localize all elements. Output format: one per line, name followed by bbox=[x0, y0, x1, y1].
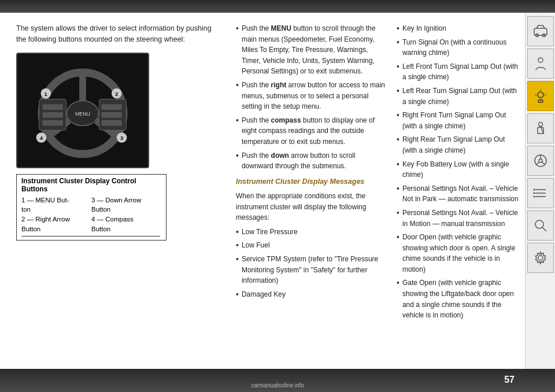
right-dot-6: • bbox=[397, 134, 399, 145]
svg-point-33 bbox=[538, 123, 542, 127]
bullet-dot-1: • bbox=[236, 23, 239, 34]
svg-text:2: 2 bbox=[115, 90, 119, 97]
bullet-down: • Push the down arrow button to scroll d… bbox=[236, 150, 386, 172]
top-bar bbox=[0, 0, 555, 13]
bullet-dot-8: • bbox=[236, 289, 239, 299]
intro-text: The system allows the driver to select i… bbox=[16, 23, 220, 46]
section-heading: Instrument Cluster Display Messages bbox=[236, 176, 386, 187]
search-icon[interactable] bbox=[527, 210, 554, 241]
right-dot-8: • bbox=[397, 183, 399, 194]
bullet-dot-3: • bbox=[236, 115, 239, 125]
steering-wheel-small-icon[interactable] bbox=[527, 146, 554, 176]
caption-divider bbox=[21, 236, 160, 236]
svg-point-27 bbox=[538, 92, 543, 98]
svg-rect-17 bbox=[42, 104, 62, 110]
svg-line-47 bbox=[542, 227, 546, 231]
sidebar-icons bbox=[525, 13, 555, 369]
right-dot-5: • bbox=[397, 110, 399, 120]
bullet-dot-6: • bbox=[236, 240, 239, 250]
bullet-tpm: • Service TPM System (refer to "Tire Pre… bbox=[236, 254, 386, 286]
svg-line-39 bbox=[542, 162, 545, 165]
right-bullet-1: • Key In Ignition bbox=[397, 23, 520, 34]
right-bullet-10: • Door Open (with vehicle graphic showin… bbox=[397, 232, 520, 275]
gear-icon[interactable] bbox=[527, 243, 554, 273]
right-text-1: Key In Ignition bbox=[402, 23, 446, 34]
right-dot-3: • bbox=[397, 61, 399, 72]
svg-rect-19 bbox=[42, 120, 62, 125]
svg-line-38 bbox=[536, 162, 539, 165]
right-text-3: Left Front Turn Signal Lamp Out (with a … bbox=[402, 61, 520, 83]
caption-item-4: 4 — CompassButton bbox=[91, 215, 161, 234]
svg-text:1: 1 bbox=[45, 90, 48, 97]
caption-item-2: 2 — Right ArrowButton bbox=[21, 215, 91, 234]
right-bullet-4: • Left Rear Turn Signal Lamp Out (with a… bbox=[397, 86, 520, 107]
right-bullet-5: • Right Front Turn Signal Lamp Out (with… bbox=[397, 110, 520, 131]
svg-point-36 bbox=[539, 159, 542, 162]
right-bullet-7: • Key Fob Battery Low (with a single chi… bbox=[397, 159, 520, 180]
right-text-6: Right Rear Turn Signal Lamp Out (with a … bbox=[402, 134, 520, 156]
svg-rect-21 bbox=[101, 112, 121, 118]
bullet-dot-4: • bbox=[236, 150, 239, 161]
right-bullet-11: • Gate Open (with vehicle graphic showin… bbox=[397, 278, 520, 320]
svg-point-26 bbox=[538, 58, 543, 62]
car-outline-icon[interactable] bbox=[527, 16, 554, 46]
right-dot-2: • bbox=[397, 37, 399, 47]
svg-point-46 bbox=[535, 220, 543, 228]
caption-item-1: 1 — MENU But-ton bbox=[21, 195, 91, 215]
caption-item-3: 3 — Down ArrowButton bbox=[91, 195, 161, 215]
right-text-7: Key Fob Battery Low (with a single chime… bbox=[402, 159, 520, 180]
right-text-9: Personal Settings Not Avail. – Vehicle i… bbox=[402, 208, 520, 229]
right-dot-4: • bbox=[397, 86, 399, 96]
bottom-bar bbox=[0, 369, 555, 392]
right-dot-11: • bbox=[397, 278, 399, 288]
right-text-2: Turn Signal On (with a continuous warnin… bbox=[402, 37, 520, 58]
bullet-dot-2: • bbox=[236, 80, 239, 90]
right-text-11: Gate Open (with vehicle graphic showing … bbox=[402, 278, 520, 320]
person-icon[interactable] bbox=[527, 49, 554, 79]
caption-box: Instrument Cluster Display Control Butto… bbox=[16, 174, 166, 241]
svg-point-48 bbox=[538, 256, 543, 260]
right-dot-1: • bbox=[397, 23, 399, 34]
right-text-4: Left Rear Turn Signal Lamp Out (with a s… bbox=[402, 86, 520, 107]
bullet-low-tire: • Low Tire Pressure bbox=[236, 227, 386, 238]
bullet-damaged-key: • Damaged Key bbox=[236, 289, 386, 300]
bullet-dot-7: • bbox=[236, 254, 239, 264]
bullet-dot-5: • bbox=[236, 227, 239, 237]
right-text-5: Right Front Turn Signal Lamp Out (with a… bbox=[402, 110, 520, 131]
right-dot-9: • bbox=[397, 208, 399, 218]
svg-rect-18 bbox=[42, 112, 62, 118]
right-bullet-3: • Left Front Turn Signal Lamp Out (with … bbox=[397, 61, 520, 83]
caption-title: Instrument Cluster Display Control Butto… bbox=[21, 177, 161, 193]
svg-rect-20 bbox=[101, 104, 121, 110]
svg-text:MENU: MENU bbox=[75, 111, 90, 117]
svg-text:4: 4 bbox=[40, 135, 43, 141]
seatbelt-icon[interactable] bbox=[527, 113, 554, 143]
bullet-text-8: Damaged Key bbox=[242, 289, 286, 300]
bullet-text-5: Low Tire Pressure bbox=[242, 227, 298, 238]
steering-wheel-image: MENU 1 2 4 3 bbox=[16, 53, 149, 168]
svg-point-44 bbox=[533, 193, 535, 194]
bullet-text-3: Push the compass button to display one o… bbox=[242, 115, 386, 147]
bullet-text-4: Push the down arrow button to scroll dow… bbox=[242, 150, 386, 172]
right-dot-7: • bbox=[397, 159, 399, 169]
caption-table: 1 — MENU But-ton 3 — Down ArrowButton 2 … bbox=[21, 195, 161, 234]
right-column: • Key In Ignition • Turn Signal On (with… bbox=[392, 13, 525, 369]
warning-light-icon[interactable] bbox=[527, 81, 554, 111]
svg-point-45 bbox=[533, 196, 535, 198]
left-column: The system allows the driver to select i… bbox=[0, 13, 230, 369]
right-text-8: Personal Settings Not Avail. – Vehicle N… bbox=[402, 183, 520, 205]
bullet-text-7: Service TPM System (refer to "Tire Press… bbox=[242, 254, 386, 286]
right-dot-10: • bbox=[397, 232, 399, 242]
svg-point-43 bbox=[533, 189, 535, 191]
right-bullet-9: • Personal Settings Not Avail. – Vehicle… bbox=[397, 208, 520, 229]
svg-rect-22 bbox=[101, 120, 121, 125]
list-icon[interactable] bbox=[527, 178, 554, 208]
bullet-compass: • Push the compass button to display one… bbox=[236, 115, 386, 147]
right-bullet-8: • Personal Settings Not Avail. – Vehicle… bbox=[397, 183, 520, 205]
bullet-text-1: Push the MENU button to scroll through t… bbox=[242, 23, 386, 77]
bullet-menu: • Push the MENU button to scroll through… bbox=[236, 23, 386, 77]
watermark: carmanualsoline.info bbox=[251, 382, 304, 389]
middle-column: • Push the MENU button to scroll through… bbox=[230, 13, 392, 369]
bullet-text-2: Push the right arrow button for access t… bbox=[242, 80, 386, 112]
svg-text:3: 3 bbox=[120, 135, 124, 141]
